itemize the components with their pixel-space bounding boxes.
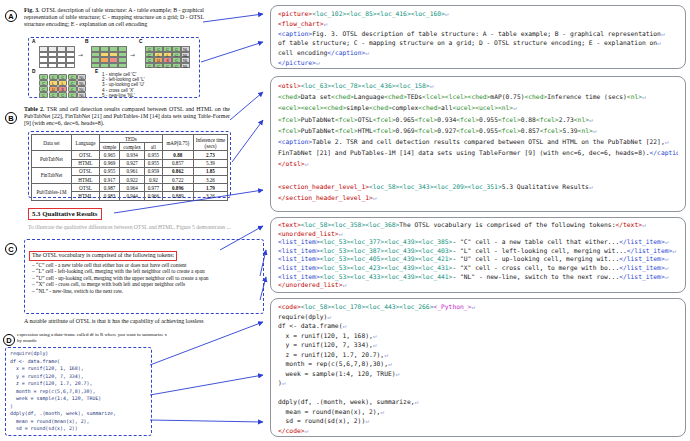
doctag-token: </list_item> [619, 273, 665, 280]
doctag-token: <ched> [369, 104, 392, 111]
doctag-token: <ched> [331, 93, 354, 100]
language-cell: HTML [71, 192, 99, 200]
doctags-text-panel: <text><loc_58><loc_358><loc_368>The OTSL… [270, 217, 686, 293]
doctag-token: month = rep(c(5,6,7,8),30), [278, 360, 388, 367]
doctag-token: </unordered_list> [278, 281, 342, 288]
doctag-token: <fcel> [456, 127, 479, 134]
col-map: mAP(0.75) [162, 135, 193, 151]
doctag-token: The OTSL vocabulary is comprised of the … [399, 221, 615, 228]
dataset-cell: PubTables-1M [32, 184, 72, 200]
figure-grid-cell [91, 63, 100, 69]
doctag-line: </unordered_list>↵ [278, 281, 678, 290]
code-line: sd = round(sd(x), 2)) [10, 425, 147, 433]
code-line: z = runif(120, 1.7, 20.7), [10, 380, 147, 388]
encoding-grid: CCCCNLCLLCNLCUXCNLCCCCNL [39, 74, 87, 98]
simple-cell: 0.955 [100, 167, 120, 175]
r-code-box: require(dply)df <- data.frame( x = runif… [5, 347, 152, 436]
language-cell: OTSL [71, 184, 99, 192]
doctag-token: Table 2. TSR and cell detection results … [312, 138, 665, 145]
simple-cell: 0.983 [100, 192, 120, 200]
doctag-token: <ched> [418, 104, 441, 111]
doctag-line: x = runif(120, 1, 168),↵ [278, 331, 678, 341]
sub-label-e: E [95, 69, 98, 74]
connector-arrow [230, 92, 263, 120]
sub-label-d: D [32, 69, 35, 74]
doctag-token: <ecel> [278, 104, 301, 111]
doctag-token: </otsl> [278, 160, 305, 167]
doctag-token: <fcel> [373, 127, 396, 134]
doctag-token: <list_item> [278, 238, 320, 245]
doctag-line: FinTabNet [21] and PubTables-1M [14] dat… [278, 147, 678, 158]
doctag-token: 0.969 [396, 127, 415, 134]
doctag-token: week = sample(1:4, 120, TRUE) [278, 370, 396, 377]
doctag-token: <fcel> [335, 116, 358, 123]
all-cell: 0.955 [145, 159, 163, 167]
sub-label-b: B [85, 39, 88, 44]
doctag-token: - "L" cell - left-looking cell, merging … [452, 247, 626, 254]
connector-arrow [232, 120, 263, 162]
doctag-token: <ched> [524, 93, 547, 100]
doctag-token: ↵ [305, 160, 309, 167]
doctag-line: <fcel>PubTabNet<fcel>HTML<fcel>0.969<fce… [278, 125, 678, 136]
doctag-token: ↵ [672, 247, 676, 254]
doctag-token: ↵ [396, 370, 400, 377]
doctag-token: <nl> [627, 93, 642, 100]
col-all: all [145, 143, 163, 151]
doctag-token: ↵ [665, 138, 669, 145]
marker-d-badge: D [3, 334, 15, 346]
doctag-token: <section_header_level_1> [278, 183, 369, 190]
doctag-token: TEDs [407, 93, 422, 100]
table-caption-text: TSR and cell detection results compared … [24, 106, 230, 126]
figure-caption-label: Fig. 3. [24, 7, 40, 13]
time-cell: 3.26 [193, 175, 227, 183]
code-line: mean = round(mean(x), 2), [10, 418, 147, 426]
doctag-token: ↵ [661, 30, 665, 37]
doctag-token: ↵ [339, 230, 343, 237]
doctag-token: <loc_53><loc_377><loc_439><loc_385> [320, 238, 453, 245]
time-cell: 5.39 [193, 159, 227, 167]
doctag-token: mean = round(mean(x), 2), [278, 408, 380, 415]
map-cell: 0.896 [162, 184, 193, 192]
col-teds: TEDs [100, 135, 163, 143]
figure-grid-cell: C [68, 92, 77, 98]
doctag-token: <ucel> [475, 104, 498, 111]
doctag-line: ddply(df, .(month, week), summarize,↵ [278, 397, 678, 407]
connector-arrow [201, 42, 263, 62]
all-cell: 0.959 [145, 167, 163, 175]
doctag-token: Data set [301, 93, 331, 100]
doctag-token: y = runif(120, 7, 334), [278, 341, 373, 348]
r-code: require(dply)df <- data.frame( x = runif… [10, 350, 147, 433]
code-line: week = sample(1:4, 120, TRUE) [10, 395, 147, 403]
col-inference: Inference time (secs) [193, 135, 227, 151]
doctag-line: cell encoding</caption>↵ [278, 48, 678, 58]
sketch-cell [57, 63, 66, 69]
map-cell: 0.722 [162, 175, 193, 183]
doctag-token: <fcel> [498, 116, 521, 123]
doctag-token: </picture> [278, 59, 316, 66]
doctag-token: <fcel> [415, 116, 438, 123]
doctag-token: <list_item> [278, 273, 320, 280]
figure-grid-cell: C [145, 63, 154, 69]
doctag-token: 0.955 [479, 116, 498, 123]
doctag-line: require(dply)↵ [278, 312, 678, 322]
figure-a-box: A → B → C CCCCNLCLLCNLCUXCNLCCCCNL D CCC… [28, 37, 200, 98]
doctag-line: <unordered_list>↵ [278, 230, 678, 239]
results-table: Data set Language TEDs mAP(0.75) Inferen… [31, 134, 228, 201]
figure-grid-cell: C [68, 86, 77, 92]
doctag-token: ↵ [365, 417, 369, 424]
doctag-line: <ched>Data set<ched>Language<ched>TEDs<l… [278, 91, 678, 102]
doctag-token: <fcel> [278, 127, 301, 134]
doctag-token: ↵ [665, 255, 669, 262]
complex-cell: 0.927 [120, 159, 145, 167]
doctag-token: - "NL" - new-line, switch to the next ro… [452, 273, 619, 280]
doctag-line: <fcel>PubTabNet<fcel>OTSL<fcel>0.965<fce… [278, 114, 678, 125]
col-language: Language [71, 135, 99, 151]
doctag-token: 2.73 [559, 116, 574, 123]
doctag-token: ↵ [657, 39, 661, 46]
doctag-line [278, 388, 678, 398]
mapping-grid: CCCCNLCLLCNLCUXCNLCCCCNL [145, 46, 190, 68]
figure-caption-text: OTSL description of table structure: A -… [24, 7, 204, 27]
doctag-line [278, 170, 678, 181]
doctag-token: ↵ [365, 49, 369, 56]
doctag-token: <fcel> [540, 127, 563, 134]
